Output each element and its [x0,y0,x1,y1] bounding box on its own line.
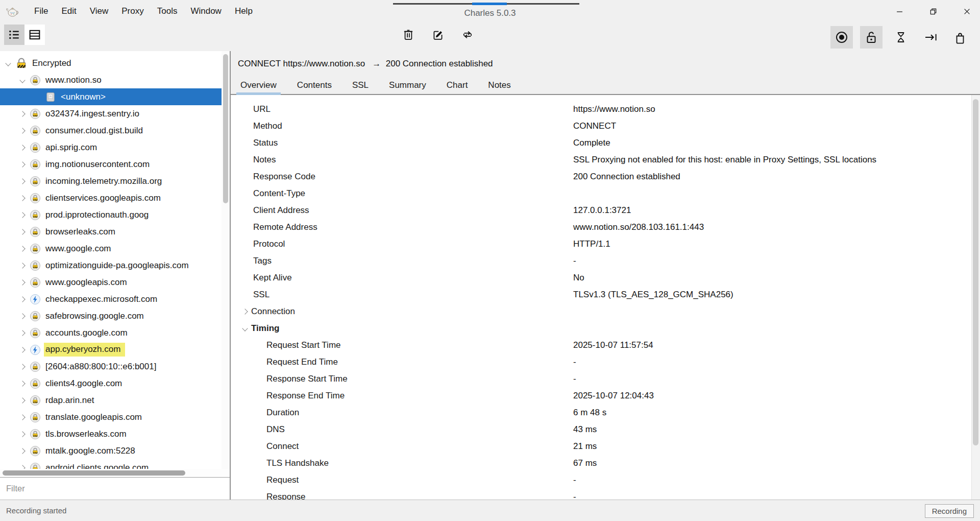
throttle-button[interactable] [890,26,912,49]
breakpoints-button[interactable] [919,26,942,49]
chevron-right-icon[interactable] [18,382,27,386]
overview-row[interactable]: URLhttps://www.notion.so [231,101,980,117]
chevron-right-icon[interactable] [18,230,27,234]
overview-row[interactable]: Response Code200 Connection established [231,168,980,185]
structure-view-button[interactable] [4,25,24,45]
record-button[interactable] [830,26,853,49]
tree-node-host[interactable]: www.notion.so [0,72,222,88]
overview-row[interactable]: MethodCONNECT [231,117,980,134]
menu-help[interactable]: Help [228,0,259,22]
tab-chart[interactable]: Chart [447,77,468,94]
tab-summary[interactable]: Summary [389,77,426,94]
tab-contents[interactable]: Contents [297,77,332,94]
chevron-right-icon[interactable] [18,179,27,183]
sidebar-horizontal-scrollbar[interactable] [0,469,231,477]
tree-node-host[interactable]: img.notionusercontent.com [0,156,222,173]
tree-node-host[interactable]: clientservices.googleapis.com [0,190,222,206]
filter-input[interactable] [0,478,231,500]
menu-view[interactable]: View [83,0,115,22]
tree-node-unknown-selected[interactable]: <unknown> [0,88,222,105]
chevron-right-icon[interactable] [18,314,27,318]
chevron-right-icon[interactable] [18,280,27,285]
overview-row[interactable]: Connect21 ms [231,438,980,455]
tree-node-host[interactable]: accounts.google.com [0,324,222,341]
tree-node-host[interactable]: incoming.telemetry.mozilla.org [0,173,222,190]
chevron-right-icon[interactable] [18,247,27,251]
tree-node-host[interactable]: android.clients.google.com [0,459,222,469]
tree-node-host[interactable]: optimizationguide-pa.googleapis.com [0,257,222,274]
overview-row[interactable]: SSLTLSv1.3 (TLS_AES_128_GCM_SHA256) [231,286,980,303]
tree-node-encrypted[interactable]: Encrypted [0,55,222,72]
chevron-down-icon[interactable] [4,61,12,65]
overview-row[interactable]: Request Start Time2025-10-07 11:57:54 [231,337,980,353]
menu-window[interactable]: Window [184,0,228,22]
overview-row[interactable]: DNS43 ms [231,421,980,438]
tree-node-host[interactable]: translate.googleapis.com [0,409,222,425]
chevron-right-icon[interactable] [18,365,27,369]
chevron-right-icon[interactable] [18,146,27,150]
overview-row[interactable]: Remote Addresswww.notion.so/208.103.161.… [231,219,980,235]
chevron-right-icon[interactable] [18,398,27,402]
menu-edit[interactable]: Edit [55,0,83,22]
chevron-right-icon[interactable] [18,264,27,268]
tree-node-host[interactable]: api.sprig.com [0,139,222,156]
tree-node-host[interactable]: browserleaks.com [0,223,222,240]
tree-node-host[interactable]: safebrowsing.google.com [0,307,222,324]
chevron-right-icon[interactable] [242,309,248,314]
menu-proxy[interactable]: Proxy [115,0,150,22]
tab-notes[interactable]: Notes [488,77,510,94]
chevron-right-icon[interactable] [18,297,27,301]
tab-ssl[interactable]: SSL [352,77,369,94]
tree-node-host[interactable]: checkappexec.microsoft.com [0,291,222,307]
chevron-down-icon[interactable] [242,325,248,331]
tree-node-host[interactable]: mtalk.google.com:5228 [0,442,222,459]
chevron-right-icon[interactable] [18,415,27,419]
overview-row[interactable]: Request- [231,471,980,488]
tools-button[interactable] [949,26,971,49]
minimize-button[interactable] [893,5,905,17]
tree-node-host[interactable]: tls.browserleaks.com [0,425,222,442]
overview-row[interactable]: ProtocolHTTP/1.1 [231,235,980,252]
overview-row[interactable]: Content-Type [231,185,980,202]
sidebar-vertical-scrollbar-thumb[interactable] [223,54,228,203]
tab-overview[interactable]: Overview [240,77,277,94]
chevron-right-icon[interactable] [18,112,27,116]
chevron-down-icon[interactable] [18,78,27,82]
overview-row[interactable]: Response Start Time- [231,370,980,387]
menu-file[interactable]: File [28,0,55,22]
overview-row[interactable]: Tags- [231,252,980,269]
chevron-right-icon[interactable] [18,213,27,217]
overview-section-timing[interactable]: Timing [231,320,980,337]
clear-session-button[interactable] [400,27,416,43]
chevron-right-icon[interactable] [18,432,27,436]
overview-row[interactable]: Kept AliveNo [231,269,980,286]
main-vertical-scrollbar[interactable] [971,95,980,500]
repeat-button[interactable] [459,27,476,43]
chevron-right-icon[interactable] [18,348,27,352]
tree-node-host[interactable]: prod.ipprotectionauth.goog [0,206,222,223]
overview-row[interactable]: Response End Time2025-10-07 12:04:43 [231,387,980,404]
tree-node-host[interactable]: www.google.com [0,240,222,257]
overview-row[interactable]: Response- [231,488,980,500]
overview-row[interactable]: Request End Time- [231,353,980,370]
edit-button[interactable] [430,27,446,43]
chevron-right-icon[interactable] [18,162,27,167]
overview-row[interactable]: Duration6 m 48 s [231,404,980,421]
chevron-right-icon[interactable] [18,196,27,200]
overview-row[interactable]: Client Address127.0.0.1:3721 [231,202,980,219]
overview-row[interactable]: NotesSSL Proxying not enabled for this h… [231,151,980,168]
overview-row[interactable]: TLS Handshake67 ms [231,455,980,471]
tree-node-host[interactable]: rdap.arin.net [0,392,222,409]
overview-row[interactable]: StatusComplete [231,134,980,151]
sequence-view-button[interactable] [24,25,45,45]
tree-node-host[interactable]: o324374.ingest.sentry.io [0,105,222,122]
overview-section-connection[interactable]: Connection [231,303,980,320]
tree-node-host[interactable]: [2604:a880:800:10::e6:b001] [0,358,222,375]
tree-node-host[interactable]: clients4.google.com [0,375,222,392]
menu-tools[interactable]: Tools [151,0,184,22]
main-vertical-scrollbar-thumb[interactable] [973,99,978,445]
sidebar-horizontal-scrollbar-thumb[interactable] [3,470,185,476]
close-button[interactable] [961,5,973,17]
sidebar-vertical-scrollbar[interactable] [222,51,230,469]
chevron-right-icon[interactable] [18,449,27,453]
